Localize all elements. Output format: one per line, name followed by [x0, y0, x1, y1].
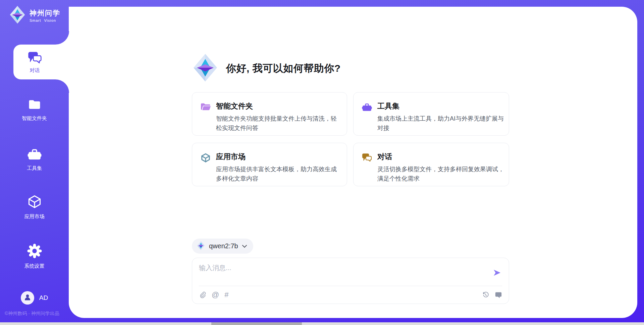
card-title: 对话 [377, 152, 504, 162]
user-menu[interactable]: AD [0, 291, 69, 305]
sidebar-item-label: 应用市场 [24, 213, 45, 220]
user-name: AD [39, 294, 48, 302]
chat-icon [362, 153, 372, 163]
card-title: 应用市场 [216, 152, 342, 162]
model-selector[interactable]: qwen2:7b [192, 239, 253, 254]
card-app-market[interactable]: 应用市场 应用市场提供丰富长文本模板，助力高效生成多样化文章内容 [192, 143, 347, 186]
sidebar-item-label: 智能文件夹 [22, 115, 47, 122]
app-logo: 神州问学 Smart Vision [9, 5, 60, 25]
chevron-down-icon [242, 243, 247, 249]
briefcase-icon [28, 147, 42, 162]
brand-name: 神州问学 [30, 8, 60, 18]
sidebar-item-label: 对话 [30, 67, 40, 74]
copyright-text: ©神州数码 · 神州问学出品 [5, 311, 59, 317]
brand-subtitle: Smart Vision [30, 18, 60, 22]
card-description: 集成市场上主流工具，助力AI与外界无缝扩展与对接 [377, 114, 504, 133]
horizontal-scrollbar [0, 322, 644, 325]
send-button[interactable] [492, 268, 502, 278]
at-icon[interactable]: @ [212, 291, 219, 299]
message-composer: @ # [192, 258, 509, 304]
card-description: 应用市场提供丰富长文本模板，助力高效生成多样化文章内容 [216, 165, 342, 184]
cube-icon [201, 153, 211, 164]
logo-diamond-icon [197, 241, 205, 252]
card-toolkit[interactable]: 工具集 集成市场上主流工具，助力AI与外界无缝扩展与对接 [353, 92, 509, 136]
scrollbar-thumb[interactable] [211, 322, 302, 325]
folder-icon [28, 98, 42, 112]
logo-diamond-icon [9, 5, 26, 25]
greeting-block: 你好, 我可以如何帮助你? [192, 53, 341, 84]
paperclip-icon[interactable] [199, 291, 206, 299]
history-icon[interactable] [482, 291, 489, 299]
card-description: 灵活切换多模型文件，支持多样回复效果调试，满足个性化需求 [377, 165, 504, 184]
chat-icon [28, 51, 42, 65]
sidebar-item-label: 工具集 [27, 165, 42, 172]
avatar [21, 291, 34, 305]
cube-icon [27, 194, 42, 210]
sidebar-item-smart-folder[interactable]: 智能文件夹 [0, 98, 69, 122]
card-chat[interactable]: 对话 灵活切换多模型文件，支持多样回复效果调试，满足个性化需求 [353, 143, 509, 186]
card-title: 工具集 [377, 101, 504, 111]
sidebar-item-chat[interactable]: 对话 [13, 45, 69, 79]
sidebar-item-label: 系统设置 [24, 263, 45, 269]
tab-fillet-top [55, 31, 69, 45]
tab-fillet-bottom [55, 79, 69, 93]
main-panel: 你好, 我可以如何帮助你? 智能文件夹 智能文件夹功能支持批量文件上传与清洗，轻… [69, 7, 637, 318]
briefcase-icon [362, 102, 372, 113]
logo-diamond-icon [192, 53, 219, 84]
model-name: qwen2:7b [209, 242, 238, 250]
send-icon [493, 273, 501, 278]
hash-icon[interactable]: # [224, 291, 228, 299]
card-title: 智能文件夹 [216, 101, 342, 111]
feature-cards: 智能文件夹 智能文件夹功能支持批量文件上传与清洗，轻松实现文件问答 工具集 集成… [192, 92, 509, 186]
greeting-title: 你好, 我可以如何帮助你? [226, 62, 341, 75]
sidebar-item-app-market[interactable]: 应用市场 [0, 194, 69, 220]
user-icon [23, 293, 32, 303]
sidebar-item-toolkit[interactable]: 工具集 [0, 147, 69, 172]
gear-icon [27, 243, 42, 260]
message-input[interactable] [199, 263, 492, 282]
folder-open-icon [201, 102, 211, 113]
message-icon[interactable] [495, 291, 502, 299]
card-smart-folder[interactable]: 智能文件夹 智能文件夹功能支持批量文件上传与清洗，轻松实现文件问答 [192, 92, 347, 136]
card-description: 智能文件夹功能支持批量文件上传与清洗，轻松实现文件问答 [216, 114, 342, 133]
sidebar-item-settings[interactable]: 系统设置 [0, 243, 69, 269]
